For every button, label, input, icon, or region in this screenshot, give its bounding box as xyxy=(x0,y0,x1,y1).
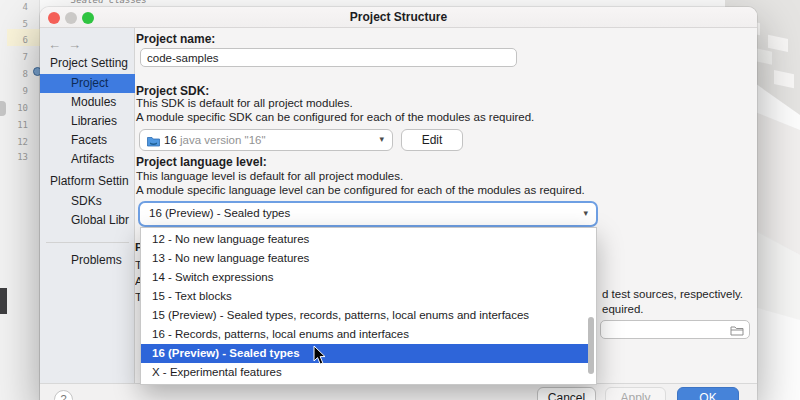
sidebar-group-platform-settings: Platform Settin xyxy=(50,174,129,188)
sidebar-item-global-libraries[interactable]: Global Libr xyxy=(40,211,135,230)
chevron-down-icon: ▾ xyxy=(583,208,588,218)
project-sdk-combobox[interactable]: 16 java version "16" ▾ xyxy=(139,129,393,151)
editor-side-marker xyxy=(0,101,6,116)
back-icon[interactable]: ← xyxy=(48,37,61,52)
project-sdk-label: Project SDK: xyxy=(136,84,209,98)
dropdown-option[interactable]: 15 - Text blocks xyxy=(141,287,596,306)
edit-sdk-button[interactable]: Edit xyxy=(401,129,463,151)
compiler-output-text-fragment: equired. xyxy=(602,303,644,315)
sdk-detail-text: java version "16" xyxy=(180,134,266,146)
line-number: 11 xyxy=(0,120,28,130)
code-comment-fragment: * Sealed classes xyxy=(60,0,147,5)
cancel-button[interactable]: Cancel xyxy=(537,387,596,400)
sidebar-item-sdks[interactable]: SDKs xyxy=(40,192,135,211)
dialog-title: Project Structure xyxy=(40,7,757,28)
mouse-cursor xyxy=(313,345,327,365)
chevron-down-icon: ▾ xyxy=(379,134,384,144)
minimize-window-button[interactable] xyxy=(65,12,77,24)
compiler-output-text-fragment: d test sources, respectively. xyxy=(602,288,743,300)
language-level-description-1: This language level is default for all p… xyxy=(136,170,403,182)
line-number: 7 xyxy=(0,52,28,62)
folder-icon[interactable] xyxy=(730,325,744,336)
ok-button[interactable]: OK xyxy=(677,387,739,400)
dropdown-option[interactable]: X - Experimental features xyxy=(141,363,596,382)
line-number: 6 xyxy=(0,35,28,45)
sidebar-item-artifacts[interactable]: Artifacts xyxy=(40,150,135,169)
language-level-description-2: A module specific language level can be … xyxy=(136,184,585,196)
line-number: 5 xyxy=(0,19,28,29)
line-number: 4 xyxy=(0,2,28,12)
sidebar-group-project-settings: Project Setting xyxy=(50,56,128,70)
sdk-description-2: A module specific SDK can be configured … xyxy=(136,111,534,123)
apply-button[interactable]: Apply xyxy=(605,387,666,400)
sdk-icon xyxy=(147,135,160,147)
zoom-window-button[interactable] xyxy=(82,12,94,24)
project-name-input[interactable] xyxy=(140,48,517,67)
line-number: 9 xyxy=(0,86,28,96)
dropdown-option[interactable]: 13 - No new language features xyxy=(141,249,596,268)
close-window-button[interactable] xyxy=(48,12,60,24)
language-level-combobox[interactable]: 16 (Preview) - Sealed types ▾ xyxy=(138,201,598,227)
language-level-dropdown-list: 12 - No new language features 13 - No ne… xyxy=(140,227,597,385)
sidebar-item-facets[interactable]: Facets xyxy=(40,131,135,150)
line-number: 8 xyxy=(0,69,28,79)
sidebar-item-libraries[interactable]: Libraries xyxy=(40,112,135,131)
line-number: 13 xyxy=(0,152,28,162)
sidebar-separator xyxy=(46,242,129,243)
dropdown-scrollbar-thumb[interactable] xyxy=(588,317,594,374)
compiler-output-path-field[interactable] xyxy=(600,320,750,339)
dropdown-option[interactable]: 15 (Preview) - Sealed types, records, pa… xyxy=(141,306,596,325)
language-level-label: Project language level: xyxy=(136,155,267,169)
project-name-label: Project name: xyxy=(136,32,215,46)
tool-window-stripe-fragment xyxy=(0,288,7,314)
sdk-description-1: This SDK is default for all project modu… xyxy=(136,97,353,109)
line-number: 12 xyxy=(0,137,28,147)
dialog-titlebar[interactable]: Project Structure xyxy=(40,7,757,28)
sidebar-item-modules[interactable]: Modules xyxy=(40,93,135,112)
dropdown-option[interactable]: 14 - Switch expressions xyxy=(141,268,596,287)
dropdown-option[interactable]: 16 - Records, patterns, local enums and … xyxy=(141,325,596,344)
forward-icon[interactable]: → xyxy=(68,37,81,52)
sidebar-item-project[interactable]: Project xyxy=(40,74,135,93)
language-level-value: 16 (Preview) - Sealed types xyxy=(149,207,290,219)
sidebar-item-problems[interactable]: Problems xyxy=(40,251,135,270)
sdk-version-text: 16 xyxy=(164,134,177,146)
dropdown-option-selected[interactable]: 16 (Preview) - Sealed types xyxy=(141,344,589,363)
dropdown-option[interactable]: 12 - No new language features xyxy=(141,230,596,249)
screen: 4 5 6 7 8 9 10 11 12 13 * Sealed classes… xyxy=(0,0,800,400)
